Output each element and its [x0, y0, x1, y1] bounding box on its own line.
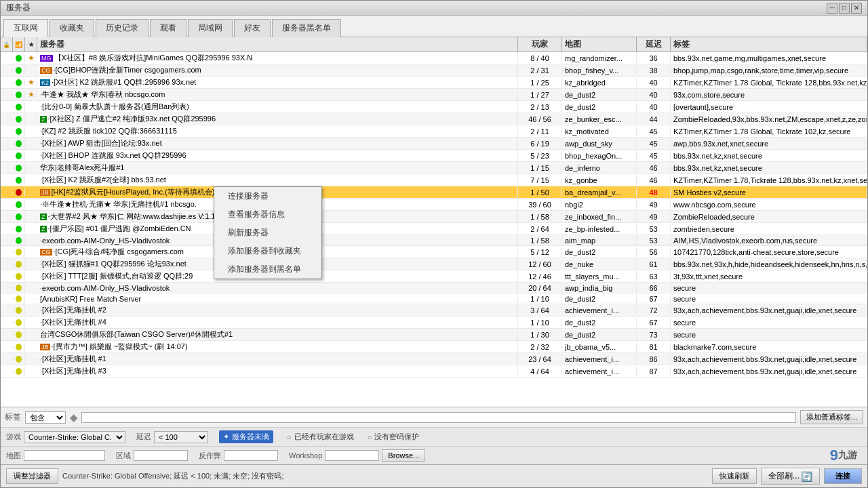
context-refresh[interactable]: 刷新服务器 [214, 224, 321, 242]
adjust-filters-button[interactable]: 调整过滤器 [6, 468, 58, 484]
header-lock[interactable]: 🔒 [1, 37, 13, 52]
minimize-button[interactable]: ─ [827, 3, 837, 14]
status-text: Counter-Strike: Global Offensive; 延迟 < 1… [62, 471, 708, 481]
tab-internet[interactable]: 互联网 [3, 19, 48, 37]
cell-ping [13, 237, 25, 245]
table-row[interactable]: ·[X社区] BHOP 连跳服 93x.net QQ群295996 5 / 23… [1, 150, 867, 162]
cell-map: aim_map [562, 236, 637, 245]
table-row[interactable]: [AnubisKR] Free Match Server 1 / 10 de_d… [1, 293, 867, 304]
tab-favorites[interactable]: 收藏夹 [50, 19, 94, 37]
cell-name: ·[X社区]无痛挂机 #2 [37, 304, 518, 316]
table-row[interactable]: ·※牛逢★挂机·无痛★ 华东|无痛挂机#1 nbcsgo. 39 / 60 nb… [1, 199, 867, 211]
maximize-button[interactable]: □ [839, 3, 850, 14]
cell-tags: ZombieReloaded,secure [671, 212, 867, 222]
table-row[interactable]: ·[X社区]无痛挂机 #2 3 / 64 achievement_i... 72… [1, 304, 867, 317]
cell-latency: 38 [637, 66, 671, 75]
table-row-selected[interactable]: JB[HK]#2监狱风云[HoursPlayed, Inc.(等待再填机会) 1… [1, 186, 867, 199]
context-server-info[interactable]: 查看服务器信息 [214, 205, 321, 224]
cell-players: 1 / 30 [518, 330, 562, 340]
tab-spectate[interactable]: 观看 [150, 19, 186, 37]
table-row[interactable]: JB·[異市力™] 娛樂服 ~監獄模式~ (刷 14:07) 2 / 32 jb… [1, 341, 867, 353]
header-ping[interactable]: 📶 [13, 37, 25, 52]
table-row[interactable]: CG·[CG]BHOP连跳|全新Timer csgogamers.com 2 /… [1, 64, 867, 77]
no-password-option[interactable]: ○ 没有密码保护 [368, 432, 420, 442]
header-tags[interactable]: 标签 [671, 37, 867, 52]
context-add-blacklist[interactable]: 添加服务器到黑名单 [214, 260, 321, 279]
cell-favorite [25, 106, 37, 108]
cell-favorite [25, 143, 37, 144]
table-row[interactable]: ·[X社区]无痛挂机 #1 23 / 64 achievement_i... 8… [1, 353, 867, 365]
table-row[interactable]: Z·[X社区] Z 僵尸逃亡#2 纯净版93x.net QQ群295996 46… [1, 113, 867, 125]
header-favorite[interactable]: ★ [25, 37, 37, 52]
tab-friends[interactable]: 好友 [234, 19, 271, 37]
quick-refresh-button[interactable]: 快速刷新 [712, 468, 757, 484]
latency-filter-select[interactable]: < 100 < 50 < 150 [154, 431, 208, 443]
table-row[interactable]: ·[X社区]无痛挂机 #4 1 / 10 de_dust2 67 secure [1, 317, 867, 329]
region-filter-input[interactable] [134, 450, 188, 461]
cell-favorite [25, 334, 37, 336]
game-filter-select[interactable]: Counter-Strike: Global C... [24, 431, 125, 443]
close-button[interactable]: ✕ [851, 3, 862, 14]
tab-lan[interactable]: 局域网 [188, 19, 233, 37]
cell-players: 46 / 56 [518, 115, 562, 124]
table-row[interactable]: ★ K2·[X社区] K2 跳跃服#1 QQ群:295996 93x.net 1… [1, 77, 867, 89]
add-tag-button[interactable]: 添加普通标签... [800, 410, 863, 424]
has-players-option[interactable]: ○ 已经有玩家在游戏 [287, 432, 354, 442]
table-row[interactable]: ·[KZ] #2 跳跃服 tick102 QQ群:366631115 2 / 1… [1, 125, 867, 138]
cell-tags: [overtaunt],secure [671, 102, 867, 112]
table-row[interactable]: ·[比分0-0] 菊暴大队萧十服务器(通用Ban列表) 2 / 13 de_du… [1, 101, 867, 113]
cell-latency: 67 [637, 294, 671, 304]
tab-history[interactable]: 历史记录 [96, 19, 149, 37]
cell-lock [1, 131, 13, 132]
full-refresh-button[interactable]: 全部刷... 🔄 [761, 468, 820, 485]
cell-tags: 93x,ach,achievement,bbs.93x.net,guaji,id… [671, 354, 867, 364]
cell-favorite [25, 131, 37, 132]
cell-tags: bbs.93x.net,kz,xnet,secure [671, 163, 867, 173]
cell-map: ze_bunker_esc... [562, 115, 637, 124]
header-players[interactable]: 玩家 [518, 37, 562, 52]
table-row[interactable]: CG·[CG]死斗综合/纯净服 csgogamers.com 5 / 12 de… [1, 246, 867, 258]
has-players-icon: ○ [287, 433, 292, 441]
tag-input[interactable] [81, 412, 796, 423]
context-add-favorite[interactable]: 添加服务器到收藏夹 [214, 242, 321, 260]
cell-tags: 107421770,128tick,anti-cheat,secure,stor… [671, 247, 867, 257]
table-row[interactable]: ·[X社区] AWP 狙击[回合]论坛:93x.net 6 / 19 awp_d… [1, 138, 867, 150]
anticheat-filter-input[interactable] [224, 450, 278, 461]
cell-name: 台湾CSGO休閒俱乐部(Taiwan CSGO Server)#休閒模式#1 [37, 329, 518, 340]
header-server-name[interactable]: 服务器 [37, 37, 518, 52]
table-row[interactable]: 华东|老帅哥Alex死斗服#1 1 / 15 de_inferno 46 bbs… [1, 162, 867, 174]
cell-ping [13, 295, 25, 303]
table-row[interactable]: ·[X社区] 猫抓猫#1 QQ群295996 论坛93x.net 12 / 60… [1, 258, 867, 270]
table-row[interactable]: ·[X社区]无痛挂机 #3 4 / 64 achievement_i... 87… [1, 365, 867, 378]
tab-blacklist[interactable]: 服务器黑名单 [272, 19, 341, 37]
cell-players: 2 / 13 [518, 102, 562, 112]
table-row[interactable]: ·[X社区] K2 跳跃服#2[全球] bbs.93.net 7 / 15 kz… [1, 174, 867, 186]
table-row[interactable]: ·exeorb.com-AIM-Only_HS-Vladivostok 20 /… [1, 283, 867, 293]
map-filter-input[interactable] [24, 450, 105, 461]
table-row[interactable]: 台湾CSGO休閒俱乐部(Taiwan CSGO Server)#休閒模式#1 1… [1, 329, 867, 341]
table-row[interactable]: Z·[僵尸乐园] #01 僵尸逃跑 @ZombiEden.CN 2 / 64 z… [1, 223, 867, 235]
workshop-filter-input[interactable] [325, 450, 379, 461]
cell-favorite [25, 310, 37, 311]
context-connect[interactable]: 连接服务器 [214, 187, 321, 205]
table-row[interactable]: ★ MG【X社区】#8 娱乐游戏对抗]MiniGames QQ群295996 9… [1, 52, 867, 64]
connect-button[interactable]: 连接 [824, 468, 862, 484]
cell-latency: 45 [637, 127, 671, 136]
cell-tags: awp,bbs.93x.net,xnet,secure [671, 139, 867, 148]
cell-map: ba_dreamjail_v... [562, 188, 637, 197]
server-not-full-option[interactable]: ✦ 服务器未满 [219, 430, 273, 443]
table-row[interactable]: ·[X社区] TTT[2服] 振镖模式,自动巡逻 QQ群:29 12 / 46 … [1, 270, 867, 283]
header-latency[interactable]: 延迟 [637, 37, 671, 52]
cell-ping [13, 367, 25, 375]
browse-button[interactable]: Browse... [382, 449, 425, 462]
cell-map: de_dust2 [562, 330, 637, 340]
tag-mode-select[interactable]: 包含 排除 [25, 411, 66, 424]
server-table[interactable]: 🔒 📶 ★ 服务器 玩家 地图 延迟 标签 ★ MG【X社区】#8 娱乐游戏对抗… [1, 37, 867, 407]
tag-diamond-icon[interactable]: ◆ [70, 412, 77, 423]
table-row[interactable]: ★ ·牛逢★ 我战★ 华东|春秋 nbcsgo.com 1 / 27 de_du… [1, 89, 867, 101]
table-row[interactable]: Z·大世界#2 风★ 华东|仁 网站:www.dashijie.es V:1.1… [1, 211, 867, 223]
cell-map: ze_bp-infested... [562, 224, 637, 234]
header-map[interactable]: 地图 [562, 37, 637, 52]
table-row[interactable]: ·exeorb.com-AIM-Only_HS-Vladivostok 1 / … [1, 235, 867, 246]
cell-favorite [25, 180, 37, 181]
